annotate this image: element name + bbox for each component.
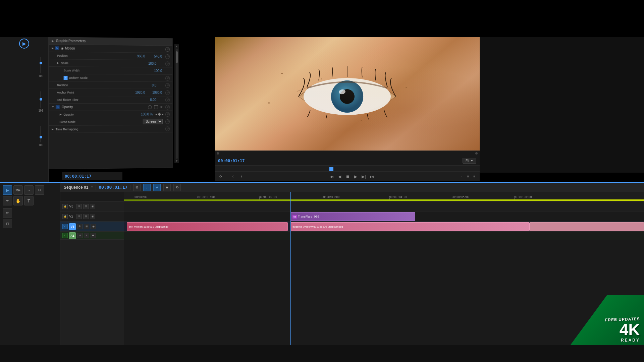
- motion-reset-icon[interactable]: ↺: [165, 47, 170, 52]
- razor-tool-btn[interactable]: ✂: [35, 185, 44, 195]
- pencil-tool-btn[interactable]: ✏: [3, 208, 12, 218]
- anchor-point-row[interactable]: Anchor Point 1920.0 1080.0 ↺: [49, 89, 172, 96]
- erik-clip[interactable]: erik-mclean-1156091-unsplash.jp: [127, 222, 288, 231]
- blend-mode-reset-icon[interactable]: ↺: [165, 119, 170, 124]
- time-remap-reset-icon[interactable]: ↺: [165, 126, 170, 131]
- bottom-timecode-value[interactable]: 00:00:01:17: [65, 174, 91, 179]
- anchor-x-value[interactable]: 1920.0: [130, 91, 145, 95]
- scroll-thumb[interactable]: [176, 51, 178, 63]
- opacity-kf-left[interactable]: ◀: [155, 113, 157, 116]
- rotation-reset-icon[interactable]: ↺: [165, 83, 170, 88]
- antiflicker-value[interactable]: 0.00: [142, 98, 156, 102]
- antiflicker-row[interactable]: Anti-flicker Filter 0.00 ↺: [49, 96, 172, 104]
- vertical-slider-2[interactable]: [40, 91, 41, 108]
- v1-source-patch[interactable]: V1: [62, 224, 68, 229]
- step-fwd-btn[interactable]: ▶|: [361, 173, 367, 180]
- v3-sync-btn[interactable]: ⊞: [83, 204, 89, 209]
- ellipse-mask-icon[interactable]: [148, 105, 152, 109]
- time-remapping-row[interactable]: ▶ Time Remapping ↺: [49, 125, 172, 133]
- transflare-clip[interactable]: fx TransFlare_039: [290, 212, 415, 221]
- v2-eye-btn[interactable]: 👁: [76, 214, 82, 219]
- opacity-reset-icon[interactable]: ↺: [165, 112, 170, 117]
- anchor-y-value[interactable]: 1080.0: [148, 91, 162, 95]
- v1-solo-btn[interactable]: ◉: [91, 224, 96, 229]
- v3-solo-btn[interactable]: ◉: [90, 204, 95, 209]
- monitor-ruler[interactable]: [215, 165, 480, 171]
- settings-btn[interactable]: ⚙: [173, 184, 181, 191]
- uniform-scale-checkbox[interactable]: ✓: [64, 76, 68, 80]
- position-reset-icon[interactable]: ↺: [165, 54, 170, 59]
- sequence-timecode[interactable]: 00:00:01:17: [99, 185, 127, 190]
- uniform-scale-row[interactable]: ✓ Uniform Scale ↺: [49, 74, 172, 82]
- position-y-value[interactable]: 540.0: [148, 55, 162, 58]
- hand-tool-btn[interactable]: ✋: [13, 196, 23, 205]
- rect-mask-icon[interactable]: [154, 105, 158, 109]
- eugenia-clip[interactable]: eugenia-vysochyna-1155800-unsplash.jpg: [290, 222, 530, 231]
- pen-mask-icon[interactable]: ✒: [160, 105, 163, 109]
- jump-start-btn[interactable]: ⏮: [328, 173, 335, 180]
- mark-in-btn[interactable]: {: [230, 173, 236, 180]
- a1-mute-btn[interactable]: M: [77, 233, 83, 238]
- stop-btn[interactable]: ⏹: [344, 173, 351, 180]
- motion-row[interactable]: ▶ fx ◉ Motion ↺: [49, 45, 172, 53]
- monitor-scrubber[interactable]: [215, 166, 480, 171]
- scroll-down-icon[interactable]: ▼: [175, 160, 178, 163]
- opacity-value[interactable]: 100.0 %: [133, 112, 153, 116]
- loop-btn[interactable]: ⟳: [217, 173, 224, 180]
- scale-value[interactable]: 100.0: [142, 62, 156, 65]
- eraser-tool-btn[interactable]: ◻: [3, 219, 12, 228]
- position-x-value[interactable]: 960.0: [130, 54, 145, 58]
- step-back-btn[interactable]: ◀: [336, 173, 343, 180]
- scale-reset-icon[interactable]: ↺: [165, 61, 170, 66]
- a1-label-btn[interactable]: A1: [69, 232, 76, 239]
- v2-solo-btn[interactable]: ◉: [90, 214, 95, 219]
- pink-continuation-clip[interactable]: [530, 222, 644, 231]
- uniform-scale-reset-icon[interactable]: ↺: [165, 76, 170, 80]
- scale-width-row[interactable]: Scale Width 100.0: [49, 67, 172, 75]
- opacity-kf-right[interactable]: ▶: [162, 113, 163, 116]
- selection-tool-btn[interactable]: ▶: [3, 185, 12, 195]
- type-tool-btn[interactable]: T: [24, 196, 34, 205]
- fit-dropdown[interactable]: Fit ▼: [463, 158, 476, 164]
- scale-row[interactable]: ▶ Scale 100.0 ↺: [49, 59, 172, 67]
- opacity-section-row[interactable]: ▼ fx Opacity ✒ ↺: [49, 104, 172, 111]
- play-btn[interactable]: ▶: [353, 173, 359, 180]
- scroll-up-icon[interactable]: ▲: [175, 45, 178, 48]
- v2-sync-btn[interactable]: ⊞: [83, 214, 89, 219]
- antiflicker-reset-icon[interactable]: ↺: [165, 98, 170, 102]
- snap-btn[interactable]: ⊞: [465, 174, 471, 179]
- sequence-menu-icon[interactable]: ≡: [91, 185, 93, 189]
- v3-lock-btn[interactable]: 🔒: [62, 204, 68, 209]
- anchor-reset-icon[interactable]: ↺: [165, 90, 170, 95]
- monitor-timecode[interactable]: 00:00:01:17: [218, 159, 245, 163]
- v3-eye-btn[interactable]: 👁: [76, 204, 82, 209]
- rotation-value[interactable]: 0.0: [142, 83, 156, 87]
- scale-width-value[interactable]: 100.0: [148, 69, 162, 73]
- vertical-slider-3[interactable]: [40, 126, 41, 142]
- a1-solo-btn[interactable]: S: [84, 233, 89, 238]
- safe-margins-btn[interactable]: ⊟: [472, 174, 477, 179]
- opacity-section-reset-icon[interactable]: ↺: [165, 105, 170, 109]
- pen-tool-btn[interactable]: ✒: [3, 196, 12, 205]
- add-marker-btn[interactable]: ◆: [163, 184, 171, 191]
- linked-select-btn[interactable]: ⇄: [153, 184, 161, 191]
- track-select-tool-btn[interactable]: ⋙: [13, 185, 23, 195]
- blend-mode-row[interactable]: Blend Mode Screen ↺: [49, 118, 172, 126]
- blend-mode-select[interactable]: Screen: [143, 119, 163, 124]
- ripple-edit-tool-btn[interactable]: ↔: [24, 185, 34, 195]
- snap-to-btn[interactable]: ⋮: [143, 184, 151, 191]
- v1-eye-btn[interactable]: 👁: [77, 224, 83, 229]
- timeline-ruler[interactable]: 00:00:00 00:00:01:00 00:00:02:00 00:00:0…: [124, 192, 644, 201]
- a1-source-patch[interactable]: A1: [62, 233, 68, 238]
- vertical-slider-1[interactable]: [40, 57, 41, 73]
- opacity-kf-diamond[interactable]: [158, 113, 161, 116]
- audio-scrub-btn[interactable]: ♪: [459, 174, 464, 179]
- v2-lock-btn[interactable]: 🔒: [62, 214, 68, 219]
- position-row[interactable]: Position 960.0 540.0 ↺: [49, 52, 172, 60]
- a1-record-btn[interactable]: ⏺: [91, 233, 96, 238]
- track-targeting-btn[interactable]: ⊠: [133, 184, 141, 191]
- opacity-value-row[interactable]: ▶ Opacity 100.0 % ◀ ▶ ↺: [49, 111, 172, 118]
- v1-sync-btn[interactable]: ⊞: [84, 224, 89, 229]
- rotation-row[interactable]: Rotation 0.0 ↺: [49, 81, 172, 89]
- jump-end-btn[interactable]: ⏭: [369, 173, 375, 180]
